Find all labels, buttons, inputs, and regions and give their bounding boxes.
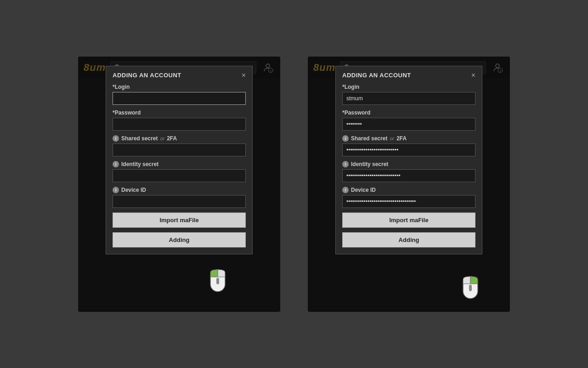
left-dialog: ADDING AN ACCOUNT × *Login *Password i S… <box>106 66 253 254</box>
left-shared-secret-label: Shared secret <box>121 135 158 142</box>
right-identity-secret-input[interactable] <box>342 169 475 182</box>
right-dialog-title: ADDING AN ACCOUNT <box>342 72 411 79</box>
right-device-id-field-group: i Device ID <box>342 187 475 208</box>
right-app-window: 8um 🔍 + ADDING AN ACCOUNT × *Login <box>308 57 510 312</box>
left-app-window: 8um 🔍 + ADDING AN ACCOUNT × *Login <box>78 57 280 312</box>
right-device-id-info-icon: i <box>342 187 349 193</box>
left-password-label: *Password <box>113 109 246 116</box>
shared-secret-info-icon: i <box>113 135 119 142</box>
left-identity-secret-field-group: i Identity secret <box>113 161 246 182</box>
left-dialog-header: ADDING AN ACCOUNT × <box>106 66 252 84</box>
right-identity-secret-field-group: i Identity secret <box>342 161 475 182</box>
left-adding-button[interactable]: Adding <box>113 232 246 247</box>
right-2fa-label: 2FA <box>396 135 407 142</box>
left-login-field-group: *Login <box>113 84 246 105</box>
left-login-label: *Login <box>113 84 246 90</box>
right-identity-secret-info-icon: i <box>342 161 349 167</box>
left-identity-secret-input[interactable] <box>113 169 246 182</box>
left-device-id-label: Device ID <box>121 187 146 193</box>
right-login-label: *Login <box>342 84 475 90</box>
right-dialog-overlay: ADDING AN ACCOUNT × *Login *Password i S… <box>308 57 510 312</box>
right-login-field-group: *Login <box>342 84 475 105</box>
left-shared-secret-input[interactable] <box>113 144 246 156</box>
right-login-input[interactable] <box>342 92 475 105</box>
left-device-id-field-group: i Device ID <box>113 187 246 208</box>
right-dialog-body: *Login *Password i Shared secret or 2FA <box>336 84 482 254</box>
left-device-id-label-row: i Device ID <box>113 187 246 193</box>
left-2fa-label: 2FA <box>167 135 177 142</box>
left-close-button[interactable]: × <box>242 72 246 79</box>
device-id-info-icon: i <box>113 187 119 193</box>
left-shared-secret-or: or <box>160 136 164 141</box>
identity-secret-info-icon: i <box>113 161 119 167</box>
right-shared-secret-field-group: i Shared secret or 2FA <box>342 135 475 156</box>
left-password-input[interactable] <box>113 118 246 131</box>
left-password-field-group: *Password <box>113 109 246 131</box>
left-dialog-body: *Login *Password i Shared secret or 2FA <box>106 84 252 254</box>
right-shared-secret-info-icon: i <box>342 135 349 142</box>
left-shared-secret-field-group: i Shared secret or 2FA <box>113 135 246 156</box>
left-import-mafile-button[interactable]: Import maFile <box>113 213 246 228</box>
right-device-id-label-row: i Device ID <box>342 187 475 193</box>
left-identity-secret-label-row: i Identity secret <box>113 161 246 167</box>
left-dialog-title: ADDING AN ACCOUNT <box>113 72 181 79</box>
right-shared-secret-input[interactable] <box>342 144 475 156</box>
right-password-field-group: *Password <box>342 109 475 131</box>
left-identity-secret-label: Identity secret <box>121 161 158 167</box>
right-import-mafile-button[interactable]: Import maFile <box>342 213 475 228</box>
left-shared-secret-label-row: i Shared secret or 2FA <box>113 135 246 142</box>
right-password-label: *Password <box>342 109 475 116</box>
right-device-id-label: Device ID <box>351 187 376 193</box>
right-dialog: ADDING AN ACCOUNT × *Login *Password i S… <box>335 66 482 254</box>
right-device-id-input[interactable] <box>342 195 475 208</box>
right-identity-secret-label-row: i Identity secret <box>342 161 475 167</box>
right-shared-secret-label-row: i Shared secret or 2FA <box>342 135 475 142</box>
right-password-input[interactable] <box>342 118 475 131</box>
right-close-button[interactable]: × <box>471 72 475 79</box>
right-identity-secret-label: Identity secret <box>351 161 388 167</box>
right-shared-secret-or: or <box>390 136 394 141</box>
left-device-id-input[interactable] <box>113 195 246 208</box>
right-shared-secret-label: Shared secret <box>351 135 387 142</box>
left-login-input[interactable] <box>113 92 246 105</box>
right-adding-button[interactable]: Adding <box>342 232 475 247</box>
left-dialog-overlay: ADDING AN ACCOUNT × *Login *Password i S… <box>78 57 280 312</box>
right-dialog-header: ADDING AN ACCOUNT × <box>336 66 482 84</box>
